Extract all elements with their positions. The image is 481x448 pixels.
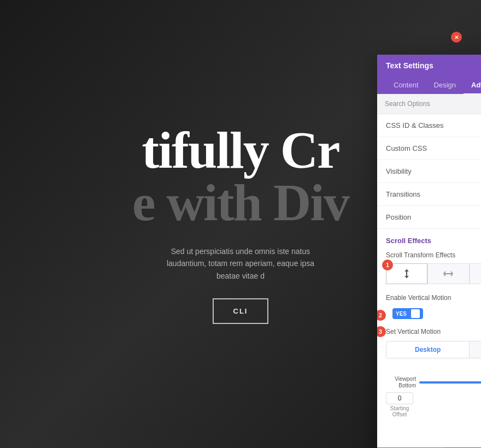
transform-motion-icon[interactable]: 1	[386, 263, 427, 284]
tab-desktop[interactable]: Desktop	[386, 341, 470, 358]
text-settings-panel: Text Settings ⚙ ▪▪ ⋮ Content Design Adva…	[377, 55, 481, 448]
panel-title: Text Settings	[386, 61, 433, 70]
hero-cta-button[interactable]: CLI	[213, 298, 269, 324]
search-bar: Search Options + Filter	[377, 94, 481, 114]
slider-section: 90% ViewportBottom ViewportTop Starti	[377, 364, 481, 426]
badge-2: 2	[377, 310, 386, 321]
enable-motion-toggle[interactable]: YES	[392, 308, 423, 319]
transitions-section[interactable]: Transitions ∨	[377, 183, 481, 206]
transform-horizontal-icon[interactable]	[427, 263, 469, 284]
toggle-thumb	[411, 309, 420, 318]
custom-css-section[interactable]: Custom CSS ∨	[377, 137, 481, 160]
transform-icons-row: 1	[377, 263, 481, 291]
scroll-effects-title: Scroll Effects	[386, 237, 431, 245]
transitions-label: Transitions	[386, 190, 420, 198]
css-id-classes-section[interactable]: CSS ID & Classes ∨	[377, 114, 481, 137]
visibility-label: Visibility	[386, 167, 412, 175]
hero-description: Sed ut perspiciatis unde omnis iste natu…	[164, 245, 317, 282]
slider-track[interactable]	[419, 381, 481, 384]
position-section[interactable]: Position ∨	[377, 206, 481, 229]
slider-fill	[419, 381, 481, 384]
css-id-classes-label: CSS ID & Classes	[386, 121, 443, 129]
transform-opacity-icon[interactable]	[470, 263, 481, 284]
custom-css-label: Custom CSS	[386, 144, 427, 152]
starting-offset-group: StartingOffset	[386, 392, 413, 417]
badge-3: 3	[377, 326, 386, 337]
tab-design[interactable]: Design	[426, 76, 464, 95]
device-tabs: Desktop Tablet Phone	[386, 341, 481, 358]
tab-content[interactable]: Content	[386, 76, 426, 95]
tab-tablet[interactable]: Tablet	[470, 341, 481, 358]
enable-vertical-motion-row: Enable Vertical Motion	[377, 291, 481, 306]
set-vertical-motion-row: 3 Set Vertical Motion	[377, 325, 481, 339]
starting-offset-input[interactable]	[386, 392, 413, 404]
panel-close-button[interactable]: ✕	[451, 32, 462, 43]
panel-body: CSS ID & Classes ∨ Custom CSS ∨ Visibili…	[377, 114, 481, 447]
visibility-section[interactable]: Visibility ∨	[377, 160, 481, 183]
enable-motion-label: Enable Vertical Motion	[386, 294, 451, 302]
scroll-effects-section: Scroll Effects ∧ ⋮	[377, 229, 481, 249]
slider-top-label: 90%	[386, 367, 481, 374]
hero-title-line2: e with Div	[132, 176, 349, 229]
scroll-transform-label: Scroll Transform Effects	[377, 249, 481, 263]
tab-advanced[interactable]: Advanced	[464, 76, 481, 95]
hero-title-line1: tifully Cr	[142, 124, 339, 176]
panel-tabs: Content Design Advanced	[377, 76, 481, 94]
starting-offset-label: StartingOffset	[390, 405, 409, 417]
offset-inputs: StartingOffset MidOffset EndingOffset	[386, 392, 481, 421]
viewport-bottom-label: ViewportBottom	[386, 376, 416, 389]
toggle-yes-label: YES	[396, 311, 407, 317]
help-row[interactable]: ? Help	[377, 426, 481, 447]
search-options-label: Search Options	[385, 100, 430, 108]
set-motion-label: Set Vertical Motion	[386, 328, 441, 335]
badge-1: 1	[382, 260, 393, 270]
panel-header: Text Settings ⚙ ▪▪ ⋮	[377, 55, 481, 76]
slider-container: ViewportBottom ViewportTop	[386, 376, 481, 389]
position-label: Position	[386, 213, 411, 221]
toggle-row: 2 YES	[377, 306, 481, 325]
